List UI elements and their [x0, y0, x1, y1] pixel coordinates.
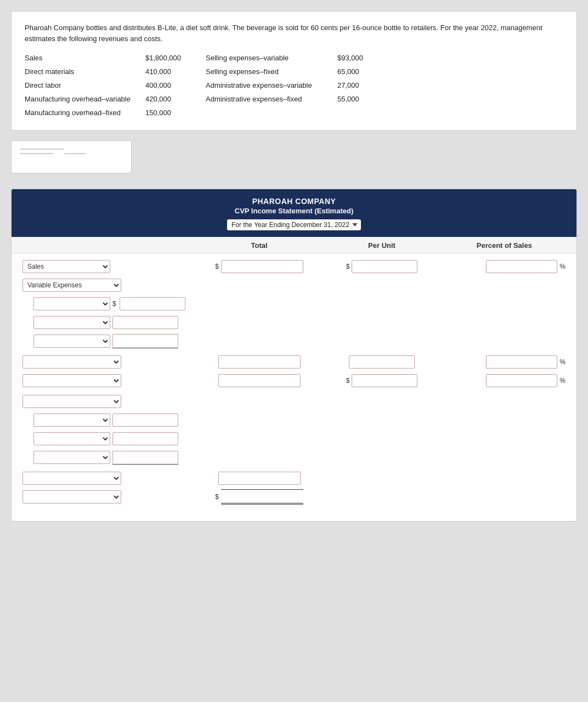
mini-card — [11, 140, 132, 173]
sales-row: Sales $ $ % — [22, 259, 566, 274]
report-header: PHAROAH COMPANY CVP Income Statement (Es… — [12, 189, 576, 237]
col-label-1 — [22, 241, 198, 250]
sales-select[interactable]: Sales — [22, 260, 110, 273]
sales-per-unit-dollar: $ — [346, 263, 350, 270]
net-income-select-cell[interactable] — [22, 490, 198, 503]
col-label-per-unit: Per Unit — [320, 241, 443, 250]
value-admin-fixed: 55,000 — [337, 95, 387, 103]
fixed-sub3-select-cell[interactable] — [33, 451, 209, 465]
var-sub1-select[interactable] — [33, 297, 110, 310]
net-income-select[interactable] — [22, 490, 121, 503]
var-total-total-input[interactable] — [218, 355, 301, 369]
var-sub2-select[interactable] — [33, 316, 110, 329]
contrib-unit-cell[interactable]: $ — [320, 374, 443, 387]
fixed-total-row — [22, 471, 566, 486]
var-sub2-select-cell[interactable] — [33, 316, 209, 329]
contrib-pct-cell[interactable]: % — [443, 374, 566, 387]
fixed-sub1-select-cell[interactable] — [33, 414, 209, 427]
col-label-pct-sales: Percent of Sales — [443, 241, 566, 250]
var-total-select[interactable] — [22, 355, 121, 369]
net-income-dollar: $ — [215, 493, 219, 501]
var-sub3-select-cell[interactable] — [33, 334, 209, 348]
value-selling-var: $93,000 — [337, 54, 387, 62]
sales-total-input[interactable] — [221, 260, 303, 273]
sales-per-unit-input[interactable] — [352, 260, 417, 273]
label-direct-mat: Direct materials — [25, 67, 145, 76]
date-row[interactable]: For the Year Ending December 31, 2022 — [227, 219, 361, 230]
label-mfg-fixed: Manufacturing overhead–fixed — [25, 109, 145, 117]
fixed-sub-row-2 — [22, 431, 566, 446]
var-sub-row-3 — [22, 333, 566, 349]
var-sub1-input[interactable] — [120, 297, 185, 310]
contrib-unit-dollar: $ — [346, 377, 350, 384]
value-selling-fixed: 65,000 — [337, 67, 387, 76]
sales-pct-cell[interactable]: % — [443, 260, 566, 273]
fixed-expenses-row[interactable] — [22, 394, 566, 409]
col-label-total: Total — [198, 241, 320, 250]
col-headers: Total Per Unit Percent of Sales — [12, 237, 576, 253]
fixed-total-total-cell[interactable] — [198, 472, 320, 485]
data-grid: Sales $1,800,000 Selling expenses–variab… — [25, 54, 563, 117]
fixed-sub1-input[interactable] — [112, 414, 178, 427]
report-title: CVP Income Statement (Estimated) — [22, 207, 566, 215]
contrib-unit-input[interactable] — [352, 374, 417, 387]
contrib-total-input[interactable] — [218, 374, 301, 387]
sales-per-unit-cell[interactable]: $ — [320, 260, 443, 273]
sales-dollar: $ — [215, 263, 219, 270]
description-text: Pharoah Company bottles and distributes … — [25, 22, 563, 44]
label-admin-fixed: Administrative expenses–fixed — [206, 95, 337, 103]
label-mfg-var: Manufacturing overhead–variable — [25, 95, 145, 103]
net-income-input[interactable] — [221, 490, 303, 503]
bottom-card: PHAROAH COMPANY CVP Income Statement (Es… — [11, 189, 577, 522]
contrib-margin-row: $ % — [22, 373, 566, 388]
label-selling-var: Selling expenses–variable — [206, 54, 337, 62]
value-admin-var: 27,000 — [337, 81, 387, 89]
var-sub-row-1: $ — [22, 296, 566, 312]
var-total-select-cell[interactable] — [22, 355, 198, 369]
var-sub-row-2 — [22, 315, 566, 330]
contrib-total-cell[interactable] — [198, 374, 320, 387]
fixed-total-select-cell[interactable] — [22, 472, 198, 485]
sales-select-cell[interactable]: Sales — [22, 260, 198, 273]
net-income-row: $ — [22, 489, 566, 505]
value-direct-mat: 410,000 — [145, 67, 206, 76]
contrib-select-cell[interactable] — [22, 374, 198, 387]
sales-pct-input[interactable] — [486, 260, 557, 273]
mini-line-3 — [64, 153, 86, 154]
value-mfg-fixed: 150,000 — [145, 109, 206, 117]
fixed-total-input[interactable] — [218, 472, 301, 485]
variable-expenses-row[interactable]: Variable Expenses — [22, 278, 566, 293]
var-sub3-input[interactable] — [112, 334, 178, 347]
fixed-total-select[interactable] — [22, 472, 121, 485]
company-name: PHAROAH COMPANY — [22, 197, 566, 206]
date-select[interactable]: For the Year Ending December 31, 2022 — [227, 219, 361, 230]
var-total-unit-input[interactable] — [349, 355, 415, 369]
sales-total-cell[interactable]: $ — [198, 260, 320, 273]
net-income-total-cell[interactable]: $ — [198, 489, 320, 505]
label-admin-var: Administrative expenses–variable — [206, 81, 337, 89]
fixed-expenses-select[interactable] — [22, 395, 121, 408]
var-sub1-select-cell[interactable]: $ — [33, 297, 209, 310]
contrib-select[interactable] — [22, 374, 121, 387]
variable-expenses-select[interactable]: Variable Expenses — [22, 279, 121, 292]
fixed-sub3-select[interactable] — [33, 451, 110, 464]
fixed-sub2-select[interactable] — [33, 432, 110, 445]
fixed-sub2-select-cell[interactable] — [33, 432, 209, 445]
fixed-sub2-input[interactable] — [112, 432, 178, 445]
var-total-unit-cell[interactable] — [320, 355, 443, 369]
value-direct-labor: 400,000 — [145, 81, 206, 89]
contrib-pct-input[interactable] — [486, 374, 557, 387]
label-direct-labor: Direct labor — [25, 81, 145, 89]
var-sub2-input[interactable] — [112, 316, 178, 329]
mini-line-2 — [20, 153, 53, 154]
var-sub3-select[interactable] — [33, 335, 110, 348]
mini-line-1 — [20, 149, 64, 150]
var-total-pct-cell[interactable]: % — [443, 355, 566, 369]
fixed-sub1-select[interactable] — [33, 414, 110, 427]
value-sales: $1,800,000 — [145, 54, 206, 62]
sales-pct-sign: % — [559, 263, 566, 270]
var-sub1-dollar: $ — [112, 300, 116, 308]
fixed-sub3-input[interactable] — [112, 451, 178, 464]
var-total-total-cell[interactable] — [198, 355, 320, 369]
var-total-pct-input[interactable] — [486, 355, 557, 369]
